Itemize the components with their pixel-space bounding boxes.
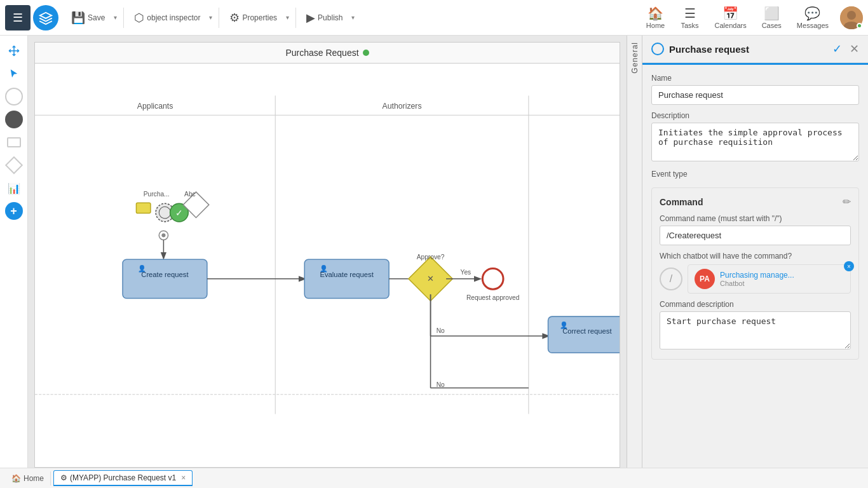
hamburger-icon: ☰ — [13, 11, 23, 25]
top-right-nav: 🏠 Home ☰ Tasks 📅 Calendars ⬜ Cases 💬 Mes… — [640, 3, 863, 32]
svg-point-8 — [159, 231, 168, 240]
event-circle-icon — [651, 43, 664, 55]
close-panel-button[interactable]: ✕ — [850, 42, 859, 56]
home-tab-icon: 🏠 — [11, 474, 21, 483]
calendars-icon: 📅 — [722, 6, 738, 21]
properties-icon: ⚙ — [229, 11, 240, 25]
canvas-area[interactable]: Purchase Request Applicants Authorizers — [28, 36, 627, 468]
right-panel-main: Purchase request ✓ ✕ Name Description Ev… — [642, 36, 868, 468]
nav-cases[interactable]: ⬜ Cases — [756, 3, 788, 32]
svg-text:No: No — [437, 327, 445, 334]
command-section: Command ✏ Command name (must start with … — [651, 187, 859, 360]
home-tab[interactable]: 🏠 Home — [5, 471, 51, 485]
publish-icon: ▶ — [306, 11, 315, 25]
nav-calendars[interactable]: 📅 Calendars — [709, 3, 753, 32]
command-name-input[interactable] — [660, 226, 851, 245]
chatbot-card[interactable]: PA Purchasing manage... Chatbot × — [688, 264, 851, 294]
right-panel-body: Name Description Event type Command ✏ Co… — [642, 65, 868, 468]
intermediate-event — [156, 203, 174, 222]
home-label: Home — [646, 22, 665, 29]
lane1-label: Applicants — [137, 102, 173, 111]
diagram-status-dot — [363, 50, 369, 56]
nav-home[interactable]: 🏠 Home — [640, 3, 672, 32]
chatbot-avatar: PA — [695, 269, 715, 289]
cases-icon: ⬜ — [764, 6, 780, 21]
svg-text:👤: 👤 — [560, 321, 568, 329]
lane2-label: Authorizers — [383, 102, 422, 111]
confirm-button[interactable]: ✓ — [832, 42, 842, 56]
tool-circle-filled[interactable] — [4, 109, 24, 130]
main-layout: 📊 + Purchase Request Applicants Authoriz… — [0, 36, 868, 468]
process-tab-label: (MYAPP) Purchase Request v1 — [70, 473, 176, 482]
svg-rect-18 — [409, 257, 452, 301]
logo-button[interactable] — [33, 5, 58, 30]
svg-text:👤: 👤 — [320, 264, 328, 273]
command-desc-textarea[interactable] — [660, 311, 851, 349]
tool-diamond[interactable] — [4, 155, 24, 175]
properties-dropdown-arrow[interactable]: ▾ — [285, 13, 290, 22]
properties-label: Properties — [242, 13, 277, 22]
object-inspector-dropdown-arrow[interactable]: ▾ — [208, 13, 214, 22]
toolbar-separator-2 — [219, 8, 219, 28]
save-icon: 💾 — [71, 11, 85, 25]
bottom-bar: 🏠 Home ⚙ (MYAPP) Purchase Request v1 × — [0, 468, 868, 488]
messages-label: Messages — [797, 22, 829, 29]
bpmn-diagram: Applicants Authorizers ✓ — [35, 43, 620, 467]
toolbar-separator-3 — [295, 8, 296, 28]
right-panel-header: Purchase request ✓ ✕ — [642, 36, 868, 63]
messages-icon: 💬 — [804, 6, 820, 21]
command-edit-button[interactable]: ✏ — [843, 196, 851, 208]
diagram-title: Purchase Request — [35, 43, 620, 64]
tool-circle-outline[interactable] — [4, 86, 24, 107]
svg-text:Create request: Create request — [141, 271, 189, 278]
tool-cursor[interactable] — [4, 64, 24, 84]
end-event — [482, 268, 503, 289]
check-event — [170, 203, 189, 222]
logo-icon — [39, 11, 53, 25]
tasks-icon: ☰ — [684, 6, 696, 21]
general-tab-vertical[interactable]: General — [627, 36, 642, 468]
tool-chart[interactable]: 📊 — [4, 178, 24, 198]
publish-button[interactable]: ▶ Publish — [301, 8, 348, 27]
description-textarea[interactable] — [651, 123, 859, 161]
home-icon: 🏠 — [648, 6, 663, 21]
general-tab-label: General — [630, 42, 639, 74]
svg-text:✕: ✕ — [427, 274, 434, 283]
tab-close-button[interactable]: × — [181, 473, 186, 482]
user-avatar[interactable] — [840, 6, 863, 29]
chatbot-remove-button[interactable]: × — [844, 261, 854, 271]
save-dropdown-arrow[interactable]: ▾ — [112, 13, 118, 22]
process-tab[interactable]: ⚙ (MYAPP) Purchase Request v1 × — [53, 470, 193, 486]
svg-text:Approve?: Approve? — [417, 254, 445, 261]
chatbot-slash-icon: / — [660, 268, 682, 290]
chatbot-name: Purchasing manage... — [720, 271, 844, 280]
properties-button[interactable]: ⚙ Properties — [224, 8, 282, 27]
subprocess-marker — [136, 203, 150, 213]
description-field-label: Description — [651, 111, 859, 120]
home-tab-label: Home — [24, 474, 44, 483]
svg-text:Correct request: Correct request — [562, 327, 612, 335]
nav-tasks[interactable]: ☰ Tasks — [674, 3, 706, 32]
svg-text:No: No — [437, 381, 445, 388]
tool-add[interactable]: + — [4, 201, 24, 221]
svg-point-1 — [847, 11, 856, 20]
nav-messages[interactable]: 💬 Messages — [790, 3, 835, 32]
command-name-label: Command name (must start with "/") — [660, 214, 851, 223]
tool-move[interactable] — [4, 41, 24, 61]
svg-point-9 — [161, 233, 165, 237]
tool-rectangle[interactable] — [4, 132, 24, 152]
save-button[interactable]: 💾 Save — [66, 8, 110, 27]
object-inspector-button[interactable]: ⬡ object inspector — [129, 8, 205, 27]
publish-dropdown-arrow[interactable]: ▾ — [350, 13, 356, 22]
hamburger-button[interactable]: ☰ — [5, 5, 31, 30]
event-type-field-label: Event type — [651, 170, 859, 179]
command-section-title: Command — [660, 197, 703, 207]
object-inspector-label: object inspector — [147, 13, 200, 22]
canvas-inner: Purchase Request Applicants Authorizers — [34, 42, 620, 468]
chatbot-sub: Chatbot — [720, 280, 844, 287]
name-input[interactable] — [651, 85, 859, 105]
create-request-task — [123, 259, 207, 298]
svg-rect-7 — [183, 192, 208, 217]
cases-label: Cases — [762, 22, 782, 29]
which-chatbot-label: Which chatbot will have the command? — [660, 252, 851, 261]
